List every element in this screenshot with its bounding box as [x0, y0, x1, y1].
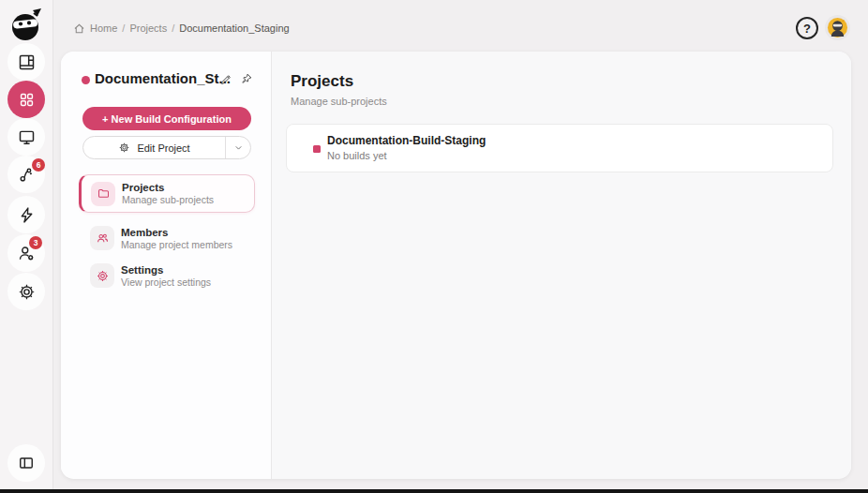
breadcrumb-current: Documentation_Staging [179, 22, 289, 34]
page-subtitle: Manage sub-projects [291, 96, 387, 107]
rail-item-agents[interactable] [7, 118, 45, 156]
gear-icon [17, 282, 37, 302]
users-badge: 3 [29, 236, 42, 249]
edit-project-label: Edit Project [137, 142, 189, 154]
edit-project-dropdown-button[interactable] [225, 137, 250, 158]
breadcrumb-separator: / [172, 22, 174, 34]
members-icon [90, 226, 114, 250]
user-avatar[interactable] [825, 15, 850, 40]
rail-item-projects[interactable] [7, 81, 45, 118]
grid-icon [18, 91, 36, 109]
sub-project-name: Documentation-Build-Staging [327, 134, 486, 147]
rail-item-collapse-sidebar[interactable] [7, 444, 45, 482]
project-title: Documentation_St... [95, 70, 231, 86]
nav-settings-label: Settings [121, 264, 211, 276]
ninja-logo-icon [8, 7, 44, 43]
nav-members-label: Members [121, 227, 232, 239]
help-button[interactable]: ? [796, 17, 818, 39]
panel-toggle-icon [17, 454, 36, 472]
settings-gear-icon [90, 263, 114, 288]
project-status-dot [82, 76, 90, 84]
rail-item-dashboard[interactable] [7, 43, 45, 81]
app-logo[interactable] [8, 7, 44, 43]
pin-project-button[interactable] [237, 70, 255, 88]
folder-icon [91, 182, 115, 206]
lightning-icon [17, 205, 37, 225]
window-bottom-edge [0, 489, 868, 493]
project-bullet [313, 145, 321, 153]
panel-nav-settings[interactable]: Settings View project settings [79, 258, 255, 293]
rail-item-settings[interactable] [7, 273, 45, 310]
rail-item-users[interactable]: 3 [7, 234, 45, 272]
builds-badge: 6 [32, 158, 45, 172]
project-panel: Documentation_St... + New Build Configur… [61, 52, 272, 479]
breadcrumb-separator: / [122, 22, 125, 34]
main-card: Documentation_St... + New Build Configur… [61, 52, 851, 479]
rail-item-builds[interactable]: 6 [7, 156, 45, 193]
ninja-avatar-icon [827, 17, 848, 38]
edit-project-button[interactable]: Edit Project [83, 137, 225, 158]
monitor-icon [17, 127, 37, 147]
breadcrumb-home[interactable]: Home [90, 22, 117, 34]
nav-projects-sublabel: Manage sub-projects [122, 194, 214, 205]
pin-icon [239, 72, 253, 86]
layout-icon [17, 52, 37, 72]
gear-icon [118, 142, 130, 154]
panel-nav-members[interactable]: Members Manage project members [79, 220, 255, 256]
panel-nav-projects[interactable]: Projects Manage sub-projects [79, 174, 255, 213]
nav-members-sublabel: Manage project members [121, 239, 232, 250]
page-title: Projects [291, 72, 353, 91]
breadcrumb-projects[interactable]: Projects [129, 22, 167, 34]
edit-title-button[interactable] [217, 70, 235, 88]
icon-rail: 6 3 [0, 0, 53, 493]
question-mark-icon: ? [803, 22, 811, 36]
breadcrumb: Home / Projects / Documentation_Staging [73, 20, 290, 37]
pencil-icon [219, 72, 233, 86]
edit-project-split-button: Edit Project [82, 136, 251, 159]
sub-project-status: No builds yet [327, 150, 387, 161]
nav-settings-sublabel: View project settings [121, 276, 211, 288]
new-build-configuration-button[interactable]: + New Build Configuration [82, 107, 251, 130]
content-panel: Projects Manage sub-projects Documentati… [272, 52, 851, 479]
sub-project-card[interactable]: Documentation-Build-Staging No builds ye… [286, 124, 833, 172]
chevron-down-icon [233, 142, 244, 153]
nav-projects-label: Projects [122, 182, 214, 194]
rail-item-triggers[interactable] [7, 196, 45, 233]
home-icon [73, 22, 85, 35]
new-build-configuration-label: + New Build Configuration [102, 113, 232, 125]
